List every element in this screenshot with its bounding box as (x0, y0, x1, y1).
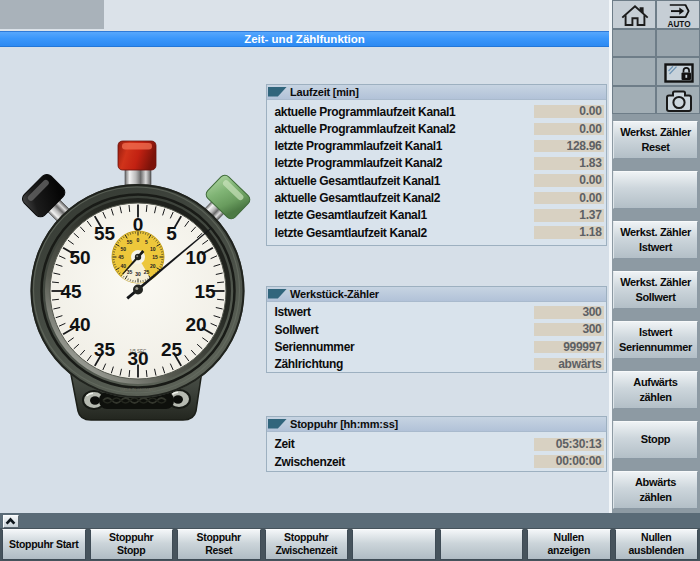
svg-text:MADE IN GERMANY: MADE IN GERMANY (120, 388, 157, 392)
svg-text:1/5 SEC: 1/5 SEC (130, 349, 148, 354)
svg-text:5: 5 (145, 239, 148, 245)
svg-text:50: 50 (121, 246, 127, 252)
svg-text:15: 15 (194, 281, 216, 302)
svg-text:40: 40 (69, 314, 90, 335)
svg-text:40: 40 (121, 263, 127, 269)
svg-text:45: 45 (118, 254, 124, 260)
svg-text:55: 55 (127, 239, 133, 245)
svg-text:15: 15 (152, 254, 158, 260)
svg-text:10: 10 (150, 246, 156, 252)
svg-text:25: 25 (144, 269, 150, 275)
svg-text:10: 10 (185, 247, 206, 268)
svg-text:25: 25 (161, 339, 183, 360)
svg-text:20: 20 (185, 314, 206, 335)
svg-text:35: 35 (94, 339, 116, 360)
svg-text:30: 30 (135, 271, 141, 277)
svg-text:0: 0 (137, 237, 140, 243)
svg-text:AUTO: AUTO (667, 20, 691, 29)
svg-text:45: 45 (60, 281, 82, 302)
svg-text:55: 55 (94, 223, 116, 244)
svg-text:50: 50 (69, 247, 90, 268)
svg-text:20: 20 (150, 263, 156, 269)
svg-text:35: 35 (127, 269, 133, 275)
svg-text:5: 5 (166, 223, 177, 244)
